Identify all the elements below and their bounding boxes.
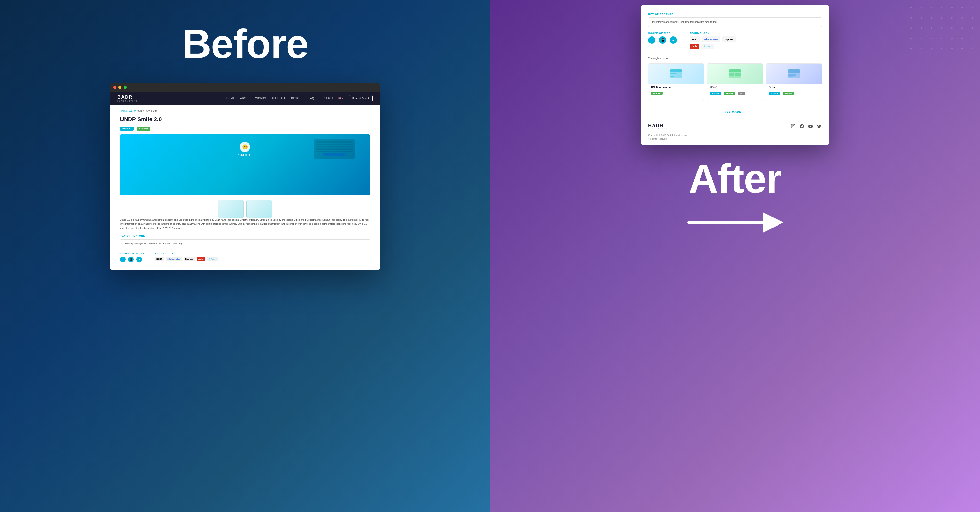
- svg-point-5: [961, 7, 963, 8]
- mock-row-4: [316, 148, 353, 150]
- svg-point-34: [972, 48, 973, 49]
- nav-contact[interactable]: CONTACT: [320, 97, 334, 100]
- smile-text: SMILE: [239, 153, 252, 157]
- svg-point-8: [921, 17, 922, 19]
- scope-tech-row: SCOPE OF WORK 🌐 📱 ☁ TECHNOLOGY NEXT.: [120, 252, 370, 262]
- breadcrumb-home[interactable]: Home: [120, 110, 127, 113]
- tech-kubernetes: ⎈ kubernetes: [166, 257, 182, 261]
- kof-label: KEY OF FEATURE: [120, 235, 370, 237]
- facebook-icon[interactable]: [799, 124, 804, 129]
- after-kof-section: KEY OF FEATURE Inventory management, rea…: [648, 13, 822, 27]
- nav-home[interactable]: HOME: [226, 97, 235, 100]
- soho-tag-ios: iOS: [738, 92, 745, 95]
- after-page-content: KEY OF FEATURE Inventory management, rea…: [641, 5, 829, 118]
- svg-rect-46: [788, 76, 794, 77]
- footer-social: [791, 124, 822, 129]
- svg-point-17: [941, 27, 942, 29]
- soho-tag-website: Website: [710, 92, 721, 95]
- after-tech-kubernetes: ⎈ kubernetes: [702, 37, 721, 42]
- after-icon-cloud: ☁: [670, 37, 677, 44]
- portfolio-card-hni[interactable]: HNI Ecommerce Android: [648, 63, 704, 101]
- portfolio-card-orins[interactable]: Orins Website Android: [766, 63, 822, 101]
- svg-point-18: [951, 27, 953, 29]
- svg-point-29: [921, 48, 922, 49]
- dots-pattern: [904, 0, 980, 153]
- svg-point-30: [931, 48, 932, 49]
- nav-works[interactable]: WORKS: [256, 97, 266, 100]
- nav-faq[interactable]: FAQ: [309, 97, 314, 100]
- footer-logo-sub: INTERACTIVE: [648, 128, 670, 129]
- instagram-icon[interactable]: [791, 124, 796, 129]
- footer-logo-block: BADR INTERACTIVE: [648, 123, 670, 129]
- request-project-button[interactable]: Request Project: [348, 95, 372, 101]
- svg-point-9: [931, 17, 932, 19]
- orins-thumb-icon: [786, 67, 802, 80]
- svg-point-3: [941, 7, 942, 8]
- soho-thumb-icon: [727, 67, 743, 80]
- see-more-row: SEE MORE →: [648, 106, 822, 118]
- svg-point-19: [961, 27, 963, 29]
- nav-about[interactable]: ABOUT: [240, 97, 250, 100]
- after-tech-logos: NEXT. ⎈ kubernetes Express: [690, 37, 735, 42]
- small-mockup-2: [246, 200, 272, 218]
- smile-circle: 😊: [240, 142, 250, 152]
- twitter-icon[interactable]: [817, 124, 822, 129]
- scope-icon-globe: 🌐: [120, 257, 126, 262]
- smile-logo-area: 😊 SMILE: [239, 142, 252, 157]
- svg-point-12: [961, 17, 963, 19]
- portfolio-thumb-soho: [708, 64, 763, 84]
- portfolio-info-soho: SOHO Website Android iOS: [708, 84, 763, 100]
- after-scope-label: SCOPE OF WORK: [648, 32, 677, 35]
- soho-tag-android: Android: [724, 92, 735, 95]
- svg-point-13: [972, 17, 973, 19]
- tag-badges: Website Android: [120, 126, 370, 134]
- after-browser-window: KEY OF FEATURE Inventory management, rea…: [641, 5, 829, 145]
- tech-logos: NEXT. ⎈ kubernetes Express redis ⚛ React: [155, 257, 218, 261]
- portfolio-info-orins: Orins Website Android: [766, 84, 821, 100]
- footer-top: BADR INTERACTIVE: [648, 123, 822, 129]
- tag-website: Website: [120, 127, 134, 130]
- svg-rect-38: [670, 76, 674, 76]
- portfolio-info-hni: HNI Ecommerce Android: [649, 84, 704, 100]
- portfolio-thumb-hni: [649, 64, 704, 84]
- svg-point-1: [921, 7, 922, 8]
- nav-flag: 🇺🇸 ▾: [339, 97, 344, 100]
- site-nav: BADR INTERACTIVE HOME ABOUT WORKS AFFILI…: [110, 92, 380, 105]
- svg-rect-40: [729, 69, 741, 72]
- orins-tag-website: Website: [769, 92, 780, 95]
- before-label: Before: [182, 21, 308, 67]
- svg-point-31: [941, 48, 942, 49]
- portfolio-thumb-orins: [766, 64, 821, 84]
- after-scope-icons: 🌐 📱 ☁: [648, 37, 677, 44]
- see-more-link[interactable]: SEE MORE →: [725, 111, 746, 114]
- portfolio-card-soho[interactable]: SOHO Website Android iOS: [707, 63, 763, 101]
- after-arrow: [684, 207, 786, 238]
- svg-point-24: [941, 38, 942, 39]
- tech-react: ⚛ React: [207, 257, 218, 261]
- svg-point-10: [941, 17, 942, 19]
- small-mockup-1: [218, 200, 244, 218]
- scope-label: SCOPE OF WORK: [120, 252, 145, 254]
- mockup-table: [314, 139, 355, 159]
- feature-box: Inventory management, real-time temperat…: [120, 239, 370, 248]
- site-logo-block: BADR INTERACTIVE: [118, 95, 138, 102]
- svg-point-4: [951, 7, 953, 8]
- nav-insight[interactable]: INSIGHT: [291, 97, 304, 100]
- svg-point-21: [910, 38, 912, 39]
- svg-point-15: [921, 27, 922, 29]
- youtube-icon[interactable]: [808, 124, 813, 129]
- after-label: After: [689, 155, 781, 202]
- breadcrumb-current: UNDP Smile 2.0: [138, 110, 157, 113]
- browser-bar: [110, 83, 380, 92]
- browser-dot-yellow: [118, 86, 121, 89]
- browser-content: BADR INTERACTIVE HOME ABOUT WORKS AFFILI…: [110, 92, 380, 270]
- nav-affiliate[interactable]: AFFILIATE: [271, 97, 286, 100]
- browser-dot-green: [124, 86, 127, 89]
- after-icon-globe: 🌐: [648, 37, 655, 44]
- project-image: 😊 SMILE: [120, 134, 370, 196]
- portfolio-grid: HNI Ecommerce Android: [648, 63, 822, 101]
- after-tech-react: ⚛ React: [701, 44, 714, 49]
- mock-row-3: [316, 146, 353, 148]
- svg-point-7: [910, 17, 912, 19]
- breadcrumb-works[interactable]: Works: [129, 110, 136, 113]
